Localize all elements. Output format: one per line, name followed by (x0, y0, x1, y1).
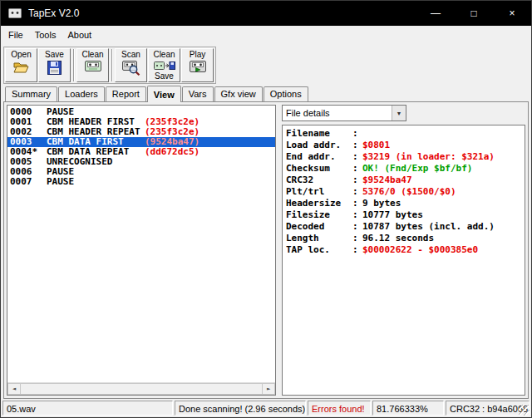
block-name: PAUSE (47, 177, 145, 187)
toolbar-separator (73, 49, 75, 81)
scan-button[interactable]: Scan (115, 48, 147, 82)
view-tab-panel: 0000 PAUSE 0001 CBM HEADER FIRST (235f3c… (3, 101, 529, 399)
detail-label: Load addr. (286, 140, 352, 151)
detail-colon: : (352, 233, 362, 244)
details-selector[interactable]: File details ▼ (282, 105, 406, 121)
tab-gfx-view[interactable]: Gfx view (214, 86, 263, 101)
menu-about[interactable]: About (62, 27, 97, 42)
detail-value: 9 bytes (362, 198, 401, 209)
menu-tools[interactable]: Tools (29, 27, 62, 42)
details-column: File details ▼ Filename : Load addr. : $… (282, 105, 525, 396)
tab-vars[interactable]: Vars (182, 86, 214, 101)
tab-summary[interactable]: Summary (5, 86, 57, 101)
cassette-to-floppy-icon (154, 61, 175, 71)
scroll-left-icon[interactable]: ◄ (7, 383, 21, 395)
floppy-disk-icon (47, 61, 62, 75)
magnifier-scan-icon (122, 61, 140, 76)
detail-label: Decoded (286, 221, 352, 233)
open-folder-icon (13, 61, 29, 74)
detail-value: $9524ba47 (362, 175, 412, 186)
detail-row: CRC32 : $9524ba47 (286, 175, 521, 186)
tab-report[interactable]: Report (106, 86, 146, 101)
detail-row: Load addr. : $0801 (286, 140, 521, 151)
details-selector-value: File details (286, 108, 330, 118)
maximize-button[interactable]: □ (455, 1, 493, 26)
detail-colon: : (352, 163, 362, 175)
status-filename: 05.wav (2, 401, 173, 416)
clean-button[interactable]: Clean (76, 48, 109, 82)
detail-row: Headersize : 9 bytes (286, 198, 521, 209)
file-details-panel: Filename : Load addr. : $0801 End addr. … (282, 125, 525, 396)
clean-button-label: Clean (81, 51, 103, 59)
tab-loaders[interactable]: Loaders (58, 86, 105, 101)
detail-value: 96.12 seconds (362, 233, 434, 244)
statusbar: 05.wav Done scanning! (2.96 seconds) Err… (1, 399, 531, 417)
minimize-button[interactable]: — (416, 1, 455, 26)
play-cassette-icon (190, 61, 206, 72)
open-button-label: Open (11, 51, 31, 59)
clean-save-label-bottom: Save (155, 72, 174, 81)
clean-save-button[interactable]: Clean Save (148, 48, 180, 82)
detail-label: CRC32 (286, 175, 352, 186)
detail-value: 10787 bytes (incl. add.) (362, 221, 495, 233)
toolbar-box: Open Save Clean (3, 47, 216, 84)
block-crc: (dd672dc5) (145, 147, 200, 157)
detail-value: $00002622 - $000385e0 (362, 244, 478, 256)
scrollbar-thumb[interactable] (21, 383, 262, 395)
open-button[interactable]: Open (5, 48, 37, 82)
tab-options[interactable]: Options (264, 86, 308, 101)
titlebar: TapEx V2.0 — □ × (1, 1, 531, 26)
resize-grip[interactable] (519, 405, 530, 416)
detail-colon: : (352, 221, 362, 233)
status-progress: 81.766333% (372, 401, 444, 416)
detail-value: $0801 (362, 140, 390, 151)
detail-colon: : (352, 175, 362, 186)
detail-row: Checksum : OK! (Fnd/Exp $bf/bf) (286, 163, 521, 175)
detail-colon: : (352, 244, 362, 256)
window-controls: — □ × (416, 1, 531, 26)
detail-colon: : (352, 186, 362, 198)
scroll-right-icon[interactable]: ► (262, 383, 275, 395)
detail-colon: : (352, 140, 362, 151)
block-id: 0007 (10, 177, 47, 187)
detail-value: OK! (Fnd/Exp $bf/bf) (362, 163, 472, 175)
detail-colon: : (352, 209, 362, 221)
menubar: File Tools About (1, 26, 531, 43)
window-title: TapEx V2.0 (28, 7, 79, 19)
block-list[interactable]: 0000 PAUSE 0001 CBM HEADER FIRST (235f3c… (7, 105, 276, 396)
detail-label: Length (286, 233, 352, 244)
list-item[interactable]: 0007 PAUSE (7, 177, 275, 187)
detail-row: Decoded : 10787 bytes (incl. add.) (286, 221, 521, 233)
play-button[interactable]: Play (181, 48, 214, 82)
tabstrip: Summary Loaders Report View Vars Gfx vie… (1, 85, 531, 101)
app-window: TapEx V2.0 — □ × File Tools About Open S… (0, 0, 532, 418)
status-crc: CRC32 : b94a6068 (446, 401, 530, 416)
detail-row: Filesize : 10777 bytes (286, 209, 521, 221)
save-button[interactable]: Save (38, 48, 71, 82)
detail-colon: : (352, 198, 362, 209)
detail-row: Filename : (286, 128, 521, 140)
app-icon (8, 8, 22, 18)
detail-value: 10777 bytes (362, 209, 423, 221)
menu-file[interactable]: File (2, 27, 29, 42)
detail-label: Filesize (286, 209, 352, 221)
detail-label: Checksum (286, 163, 352, 175)
chevron-down-icon[interactable]: ▼ (392, 106, 406, 120)
toolbar: Open Save Clean (1, 43, 531, 85)
detail-label: TAP loc. (286, 244, 352, 256)
detail-colon: : (352, 128, 362, 140)
toolbar-separator (111, 49, 113, 81)
status-errors: Errors found! (308, 401, 371, 416)
close-button[interactable]: × (493, 1, 531, 26)
save-button-label: Save (45, 51, 64, 59)
clean-save-label-top: Clean (153, 51, 175, 59)
detail-row: End addr. : $3219 (in loader: $321a) (286, 151, 521, 163)
status-scan: Done scanning! (2.96 seconds) (175, 401, 306, 416)
tab-view[interactable]: View (147, 86, 181, 102)
detail-value: $3219 (in loader: $321a) (362, 151, 495, 163)
play-button-label: Play (190, 51, 205, 59)
detail-label: End addr. (286, 151, 352, 163)
detail-label: Headersize (286, 198, 352, 209)
horizontal-scrollbar[interactable]: ◄ ► (7, 382, 275, 395)
detail-value: 5376/0 ($1500/$0) (362, 186, 456, 198)
